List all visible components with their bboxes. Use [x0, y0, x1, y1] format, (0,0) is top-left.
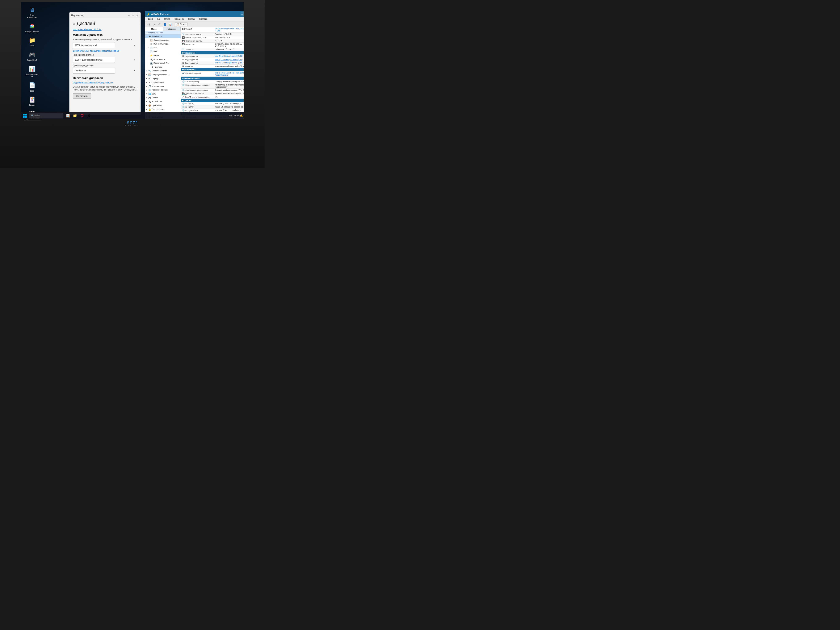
tree-arrow-directx: ▶: [146, 97, 148, 99]
tree-item-display[interactable]: ▶ 🖥 Отображение: [145, 81, 181, 84]
toolbar-user-btn[interactable]: 👤: [162, 22, 167, 27]
tree-icon-server: 🖧: [148, 77, 151, 80]
tree-icon-storage: 💿: [148, 88, 151, 92]
tree-label-power: Электропита...: [153, 58, 166, 61]
tree-label-devices: Устройства: [152, 100, 162, 103]
orientation-select[interactable]: Альбомная: [73, 68, 115, 74]
tree-item-mobo[interactable]: ▶ 🔧 Системная плата: [145, 69, 181, 73]
hdr-link[interactable]: Настройки Windows HD Color: [73, 28, 137, 31]
tree-item-dmi[interactable]: ▶ 📄 DMI: [145, 46, 181, 50]
tree-item-network[interactable]: ▶ 🌐 Сеть: [145, 92, 181, 96]
taskbar-right: РУС 17:48 🔔: [229, 114, 243, 117]
field-chipset: 🔲Чипсет системной платы: [181, 36, 214, 39]
wireless-display-link[interactable]: Подключиться к беспроводному дисплею: [73, 82, 137, 84]
taskbar-icon-4[interactable]: ⚙: [86, 112, 92, 119]
tree-icon-mobo: 🔧: [148, 69, 151, 73]
chrome-label: Google Chrome: [25, 31, 39, 33]
tree-item-multimedia[interactable]: ▶ 🎵 Мультимедиа: [145, 84, 181, 88]
tree-icon-compname: 🖥: [150, 43, 153, 46]
tree-item-sensors[interactable]: 🌡 Датчики: [145, 65, 181, 69]
menu-view[interactable]: Вид: [155, 17, 162, 21]
menu-service[interactable]: Сервис: [186, 17, 197, 21]
tree-item-summary[interactable]: 📋 Суммарная инф...: [145, 38, 181, 42]
display-settings-window: Параметры — □ ✕ ⌂ Дисплей Настройки Wind…: [69, 12, 141, 115]
report-button[interactable]: 📋 Отчет: [175, 22, 188, 26]
aida-content-panel: 🔲Тип ЦП QuadCore Intel Gemini Lake, 2800…: [181, 27, 243, 119]
tree-item-security[interactable]: ▶ 🔒 Безопасность: [145, 107, 181, 111]
aida-minimize-btn[interactable]: —: [240, 12, 243, 16]
section-partitions-header: Разделы: [181, 99, 243, 102]
tree-item-directx[interactable]: ▶ 🎮 DirectX: [145, 96, 181, 100]
tree-arrow-multimedia: ▶: [146, 85, 148, 87]
laptop-model: ASPIRE: [125, 124, 139, 126]
tree-arrow-server: ▶: [146, 77, 148, 80]
tree-icon-network: 🌐: [148, 92, 151, 95]
tree-item-os[interactable]: ▶ 🪟 Операционная си...: [145, 73, 181, 77]
table-row: 🖥Видеоадаптер Intel(R) UHD Graphics 605 …: [181, 58, 243, 61]
scale-select[interactable]: 125% (рекомендуется): [73, 42, 115, 48]
aida-controls: — □ ✕: [240, 12, 243, 16]
aida-version: AIDA64 v5.92.4300: [145, 31, 181, 35]
taskbar-notifications-icon[interactable]: 🔔: [240, 114, 243, 117]
tree-item-software[interactable]: ▶ 📦 Программы: [145, 104, 181, 107]
field-mobo: 🔧Системная плата: [181, 33, 214, 36]
tree-item-ipmi[interactable]: 📄 IPMI: [145, 50, 181, 54]
value-gpu1[interactable]: Intel(R) UHD Graphics 605 (1 ГБ): [214, 55, 243, 58]
tree-label-os: Операционная си...: [152, 74, 169, 76]
tree-label-compname: Имя компьютера: [153, 43, 168, 45]
taskbar-lang: РУС: [229, 114, 233, 117]
tree-item-devices[interactable]: ▶ 🔌 Устройства: [145, 100, 181, 104]
tree-item-compname[interactable]: 🖥 Имя компьютера: [145, 42, 181, 46]
toolbar-back-btn[interactable]: ◁: [146, 22, 151, 27]
taskbar-search-box[interactable]: 🔍 Поиск: [29, 113, 63, 118]
minimize-button[interactable]: —: [127, 14, 130, 17]
value-audio[interactable]: Intel Gemini Lake SoC - High Definition …: [214, 71, 243, 77]
maximize-button[interactable]: □: [131, 14, 134, 17]
toolbar-chart-btn[interactable]: 📊: [168, 22, 173, 27]
toolbar-refresh-btn[interactable]: ↺: [157, 22, 162, 27]
tree-item-storage[interactable]: ▶ 💿 Хранение данных: [145, 88, 181, 92]
value-gpu3[interactable]: Intel(R) UHD Graphics 605 (1 ГБ): [214, 61, 243, 65]
desktop-icon-solitaire[interactable]: 🃏 Solitaire: [25, 96, 39, 106]
field-storage-ctrl1: 💿Контроллер хранения дан...: [181, 84, 214, 88]
close-button[interactable]: ✕: [136, 14, 139, 17]
taskbar-icon-2[interactable]: 📁: [72, 112, 78, 119]
tree-item-computer[interactable]: ▼ 💻 Компьютер: [145, 35, 181, 38]
section-storage-header: Хранение данных: [181, 77, 243, 80]
desktop-icon-data[interactable]: 📊 Данные нары 2.0: [25, 65, 39, 78]
table-row: 💿IDE-контроллер Стандартный контроллер S…: [181, 80, 243, 84]
detect-button[interactable]: Обнаружить: [73, 93, 91, 99]
field-gpu1: 🖥Видеоадаптер: [181, 55, 214, 58]
toolbar-separator: [174, 22, 174, 27]
taskbar-icon-3[interactable]: 🛡: [79, 112, 85, 119]
solitaire-label: Solitaire: [28, 104, 35, 106]
tree-label-storage: Хранение данных: [152, 89, 167, 92]
menu-report[interactable]: Отчёт: [163, 17, 172, 21]
menu-help[interactable]: Справка: [197, 17, 209, 21]
taskbar-icon-1[interactable]: 🪟: [65, 112, 71, 119]
tree-item-overclock[interactable]: ⚡ Разгон: [145, 54, 181, 57]
tree-tab-menu[interactable]: Меню: [145, 27, 163, 31]
value-gpu2[interactable]: Intel(R) UHD Graphics 605 (1 ГБ): [214, 58, 243, 61]
tree-icon-computer: 💻: [148, 35, 151, 38]
value-ram: 8000 МБ: [214, 39, 243, 43]
table-row: 💾DIMM1: S 4 ГБ DDR4-2666 DDR4 SDRAM (23-…: [181, 43, 243, 48]
tree-item-portable[interactable]: 💻 Портативный П...: [145, 61, 181, 65]
tree-tab-favorites[interactable]: Избранное: [163, 27, 181, 31]
tree-item-power[interactable]: 🔌 Электропита...: [145, 58, 181, 61]
tree-label-security: Безопасность: [152, 108, 164, 111]
toolbar-forward-btn[interactable]: ▷: [152, 22, 156, 27]
tree-item-server[interactable]: ▶ 🖧 Сервер: [145, 77, 181, 81]
field-drive-d: 💿D: (NTFS): [181, 106, 214, 109]
desktop-icon-chrome[interactable]: Google Chrome: [25, 22, 39, 33]
desktop-icon-1000[interactable]: 📄 1000: [25, 82, 39, 92]
tree-icon-multimedia: 🎵: [148, 85, 151, 88]
menu-file[interactable]: Файл: [146, 17, 155, 21]
advanced-scale-link[interactable]: Дополнительные параметры масштабирования: [73, 50, 137, 52]
start-button[interactable]: [21, 112, 28, 120]
desktop-icon-sniper[interactable]: 🎮 SniperElite3: [25, 51, 39, 61]
menu-favorites[interactable]: Избранное: [172, 17, 186, 21]
resolution-select[interactable]: 1920 × 1080 (рекомендуется): [73, 57, 115, 63]
desktop-icon-user[interactable]: 📁 User: [25, 36, 39, 47]
desktop-icon-computer[interactable]: 🖥 Этот компьютер: [25, 6, 39, 19]
